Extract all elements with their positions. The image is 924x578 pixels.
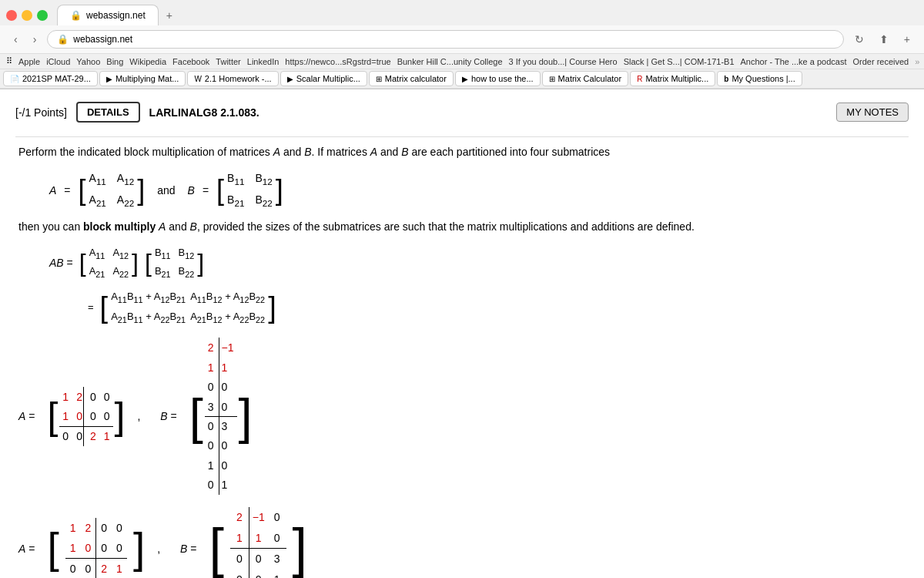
bookmark-anchor[interactable]: Anchor - The ...ke a podcast [741, 57, 847, 66]
sA-33: 2 [90, 428, 96, 445]
details-button[interactable]: DETAILS [76, 102, 140, 123]
bookmark-bunker[interactable]: Bunker Hill C...unity College [397, 57, 503, 66]
tab-label-my-questions: My Questions |... [732, 74, 795, 83]
bookmark-wikipedia[interactable]: Wikipedia [129, 57, 166, 66]
A-row3: 0 0 2 1 [65, 559, 127, 578]
share-btn[interactable]: ⬆ [875, 32, 893, 47]
bracket-right-specB: ] [239, 391, 253, 442]
A-r3c1: 0 [65, 559, 81, 578]
B-eq: B = [180, 540, 196, 557]
bookmark-facebook[interactable]: Facebook [172, 57, 209, 66]
add-bookmark-btn[interactable]: + [899, 32, 915, 47]
open-tab-matrix-mult[interactable]: R Matrix Multiplic... [630, 71, 715, 86]
result-12: A11B12 + A12B22 [190, 289, 265, 307]
more-bookmarks[interactable]: » [915, 57, 919, 66]
open-tab-matrix-calc2[interactable]: ⊞ Matrix Calculator [542, 71, 629, 86]
specific-A-matrix: [ 1 2 0 0 1 0 0 0 0 0 2 1 [47, 385, 125, 448]
open-tab-matrix-calc[interactable]: ⊞ Matrix calculator [369, 71, 454, 86]
equals-sign: = [88, 300, 94, 316]
sB-33: 3 [222, 418, 234, 435]
A-partitioned: [ 1 2 0 0 1 0 0 0 [47, 516, 145, 578]
B-r3c2: 0 [249, 549, 267, 570]
matrix-A: [ A11 A12 A21 A22 ] [79, 168, 146, 212]
sA-31: 0 [62, 428, 69, 445]
A-row1: 1 2 0 0 [65, 518, 127, 538]
header-divider [15, 136, 909, 137]
b21: B21 [227, 191, 244, 210]
open-tab-how-to[interactable]: ▶ how to use the... [455, 71, 541, 86]
bookmark-apple[interactable]: Apple [18, 57, 40, 66]
sA-11: 1 [62, 388, 69, 405]
and-label: and [157, 182, 175, 199]
refresh-btn[interactable]: ↻ [850, 32, 869, 47]
minimize-window-btn[interactable] [22, 10, 32, 21]
sA-34: 1 [104, 428, 110, 445]
ab-a21: A21 [89, 264, 105, 281]
bookmark-slack[interactable]: Slack | Get S...| COM-171-B1 [624, 57, 735, 66]
forward-btn[interactable]: › [28, 32, 42, 47]
B-r3c3: 3 [268, 549, 286, 570]
A-r1c3: 0 [96, 518, 112, 538]
sA-24: 0 [104, 408, 110, 425]
tab-label-matrix-mult: Matrix Multiplic... [645, 74, 708, 83]
bookmark-bing[interactable]: Bing [106, 57, 123, 66]
bracket-right-A2: ] [133, 529, 145, 568]
sA-13: 0 [90, 388, 96, 405]
new-tab-btn[interactable]: + [162, 8, 177, 23]
ab-definition: AB = [ A11 A12 A21 A22 ] [ B11 B12 [49, 244, 906, 328]
sB-52: 0 [208, 476, 214, 493]
specific-B-matrix: [ 2 −1 1 1 0 0 3 0 0 3 0 0 [189, 336, 253, 496]
open-tab-scalar[interactable]: ▶ Scalar Multiplic... [280, 71, 367, 86]
sB-53: 1 [222, 476, 234, 493]
A-r2c2: 0 [81, 538, 96, 559]
a22: A22 [117, 191, 134, 210]
B-table: 2 −1 0 1 1 0 0 0 3 [230, 507, 286, 578]
open-tab-multiplying[interactable]: ▶ Multiplying Mat... [99, 71, 186, 86]
address-bar[interactable]: 🔒 webassign.net [47, 30, 843, 49]
bracket-right-A: ] [137, 176, 145, 204]
sB-31: 0 [222, 398, 234, 415]
bracket-left-specA: [ [47, 397, 58, 435]
sB-42: 0 [222, 437, 234, 454]
maximize-window-btn[interactable] [37, 10, 48, 21]
B-r2c2: 1 [249, 528, 267, 549]
back-btn[interactable]: ‹ [9, 32, 22, 47]
bookmark-icloud[interactable]: iCloud [46, 57, 70, 66]
close-window-btn[interactable] [6, 10, 17, 21]
b12: B12 [255, 170, 272, 189]
bookmark-yahoo[interactable]: Yahoo [76, 57, 100, 66]
bracket-left-B: [ [216, 176, 224, 204]
then-text: then you can block multiply A and B, pro… [18, 218, 906, 235]
ab-a11: A11 [89, 245, 105, 263]
sB-11: 2 [208, 339, 214, 356]
comma2: , [157, 540, 160, 557]
bookmark-linkedin[interactable]: LinkedIn [247, 57, 280, 66]
sA-32: 0 [76, 428, 82, 445]
bookmark-order[interactable]: Order received [852, 57, 909, 66]
bookmark-newco[interactable]: https://newco...sRgstrd=true [285, 57, 390, 66]
A-r1c2: 2 [81, 518, 96, 538]
tab-icon-matrix-mult: R [637, 75, 642, 83]
ab-b21: B21 [155, 264, 171, 281]
points-label: [-/1 Points] [15, 106, 67, 119]
open-tab-homework[interactable]: W 2.1 Homework -... [187, 71, 278, 86]
my-notes-button[interactable]: MY NOTES [836, 102, 909, 122]
bracket-right-ab1: ] [132, 250, 139, 275]
bookmark-twitter[interactable]: Twitter [216, 57, 240, 66]
question-id: LARLINALG8 2.1.083. [149, 106, 259, 119]
B-r4c1: 0 [230, 570, 249, 578]
A-r2c4: 0 [112, 538, 127, 559]
ab-b22: B22 [179, 264, 195, 281]
open-tab-my-questions[interactable]: b My Questions |... [717, 71, 802, 86]
bracket-right-B2: ] [293, 524, 307, 573]
bookmark-course-hero[interactable]: 3 If you doub...| Course Hero [509, 57, 618, 66]
tab-label-multiplying: Multiplying Mat... [116, 74, 179, 83]
B-r2c3: 0 [268, 528, 286, 549]
A-r1c4: 0 [112, 518, 127, 538]
open-tab-mat29[interactable]: 📄 2021SP MAT-29... [3, 71, 98, 86]
B-r1c2: −1 [249, 507, 267, 527]
tab-controls [6, 10, 48, 21]
active-tab[interactable]: 🔒 webassign.net [57, 5, 159, 25]
A-row2: 1 0 0 0 [65, 538, 127, 559]
question-description: Perform the indicated block multiplicati… [18, 143, 906, 160]
